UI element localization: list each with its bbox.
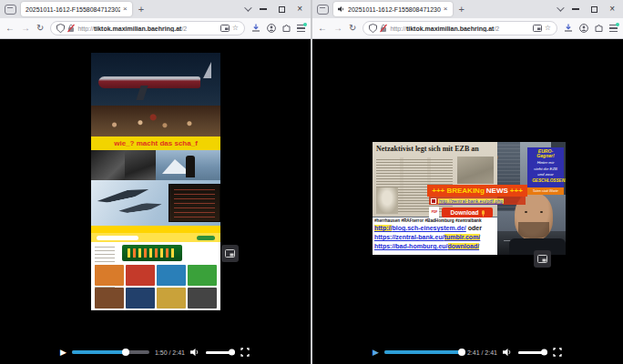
account-icon[interactable] xyxy=(267,24,276,33)
page-content: wie_? macht das scha_f xyxy=(0,39,311,364)
close-window-button[interactable]: × xyxy=(609,5,615,14)
mute-button[interactable] xyxy=(503,348,513,357)
maximize-button[interactable] xyxy=(279,6,285,13)
close-window-button[interactable]: × xyxy=(297,5,302,14)
progress-knob[interactable] xyxy=(122,349,129,356)
mute-button[interactable] xyxy=(190,348,200,357)
window-controls: × xyxy=(572,5,618,14)
url-text[interactable]: http://tiktok.maximilian.baehring.at/2 xyxy=(77,25,217,32)
video-element-breaking-news[interactable]: Netzaktivist legt sich mit EZB an EURO-G… xyxy=(373,142,566,255)
pdf-link-row: http://zentral-bank.eu/pdf.php xyxy=(429,197,526,205)
tab-bar: 20251011-1612-F1558084712302147 × + × xyxy=(0,0,311,18)
url-bar[interactable]: http://tiktok.maximilian.baehring.at/2 ☆ xyxy=(50,21,245,35)
reader-pip-icon[interactable] xyxy=(220,25,230,32)
browser-window-right: 20251011-1612-F155808471230 × + × ← → ↻ xyxy=(312,0,623,364)
downloads-icon[interactable] xyxy=(251,24,260,33)
navigation-toolbar: ← → ↻ http://tiktok.maximilian.baehring.… xyxy=(312,18,623,39)
picture-in-picture-toggle[interactable] xyxy=(534,250,551,268)
active-tab[interactable]: 20251011-1612-F1558084712302147 × xyxy=(21,2,132,16)
account-icon[interactable] xyxy=(579,24,588,33)
download-row: PDF Download xyxy=(429,206,493,218)
new-tab-button[interactable]: + xyxy=(459,5,465,15)
video-controls: ▶ 2:41 / 2:41 xyxy=(373,345,562,359)
tab-title: 20251011-1612-F1558084712302147 xyxy=(26,6,120,13)
url-bar[interactable]: http://tiktok.maximilian.baehring.at/2 ☆ xyxy=(363,21,557,35)
newspaper-photo xyxy=(457,157,494,184)
list-tabs-chevron-icon[interactable] xyxy=(244,4,251,11)
selfie-beard xyxy=(518,222,549,238)
links-info-box: #herrhausen #RAFterror #BadHomburg #zent… xyxy=(373,217,497,255)
collage-jumbo-jet-photo xyxy=(91,53,220,106)
reload-button[interactable]: ↻ xyxy=(36,24,44,33)
green-banner xyxy=(122,245,182,261)
tab-close-icon[interactable]: × xyxy=(444,5,448,13)
reload-button[interactable]: ↻ xyxy=(349,24,356,33)
collage-crowd-photo xyxy=(91,106,220,136)
back-button[interactable]: ← xyxy=(5,24,15,33)
newspaper-portrait xyxy=(376,187,398,214)
back-button[interactable]: ← xyxy=(318,24,327,33)
window-controls: × xyxy=(260,5,306,14)
volume-slider[interactable] xyxy=(518,351,547,354)
play-button[interactable]: ▶ xyxy=(60,349,66,357)
tab-title: 20251011-1612-F155808471230 xyxy=(348,6,441,13)
bookmark-star-icon[interactable]: ☆ xyxy=(545,25,551,32)
link-line-2[interactable]: https://zentral-bank.eu/tumblr.com/ xyxy=(374,233,495,242)
bookmark-star-icon[interactable]: ☆ xyxy=(232,25,239,32)
insecure-lock-icon[interactable] xyxy=(380,24,387,33)
link-line-1[interactable]: http://blog.sch-einesystem.de/ oder xyxy=(374,224,495,233)
navigation-toolbar: ← → ↻ http://tiktok.maximilian.baehring.… xyxy=(0,18,311,39)
extensions-icon[interactable] xyxy=(282,24,291,33)
time-display: 2:41 / 2:41 xyxy=(467,349,497,356)
progress-bar[interactable] xyxy=(384,350,462,354)
reader-pip-icon[interactable] xyxy=(533,25,542,32)
active-tab[interactable]: 20251011-1612-F155808471230 × xyxy=(333,2,453,16)
forward-button[interactable]: → xyxy=(333,24,342,33)
hashtags: #herrhausen #RAFterror #BadHomburg #zent… xyxy=(374,218,469,223)
list-tabs-chevron-icon[interactable] xyxy=(557,4,564,11)
microphone-icon xyxy=(482,210,485,215)
page-content: Netzaktivist legt sich mit EZB an EURO-G… xyxy=(312,39,623,364)
minimize-button[interactable] xyxy=(572,8,579,9)
firefox-view-icon[interactable] xyxy=(317,5,329,15)
fullscreen-button[interactable] xyxy=(240,348,250,357)
pdf-link[interactable]: http://zentral-bank.eu/pdf.php xyxy=(438,198,504,203)
shield-icon[interactable] xyxy=(56,24,65,33)
collage-website-screenshot xyxy=(91,226,220,310)
menu-hamburger-icon[interactable] xyxy=(297,25,305,32)
tab-audio-icon[interactable] xyxy=(338,5,345,13)
tab-close-icon[interactable]: × xyxy=(123,5,128,13)
progress-bar[interactable] xyxy=(72,350,149,354)
new-tab-button[interactable]: + xyxy=(138,5,144,15)
forward-button[interactable]: → xyxy=(21,24,30,33)
volume-knob[interactable] xyxy=(229,349,235,356)
downloads-icon[interactable] xyxy=(564,24,573,33)
collage-fighter-jets xyxy=(91,180,220,226)
volume-knob[interactable] xyxy=(541,349,547,356)
breaking-news-banner: +++ BREAKINg NEWS +++ xyxy=(427,185,527,197)
volume-slider[interactable] xyxy=(206,351,235,354)
progress-knob[interactable] xyxy=(458,349,465,356)
menu-hamburger-icon[interactable] xyxy=(609,25,618,32)
shield-icon[interactable] xyxy=(369,24,377,33)
bw-photo-1 xyxy=(91,150,125,180)
firefox-view-icon[interactable] xyxy=(5,5,16,15)
time-display: 1:50 / 2:41 xyxy=(155,349,185,356)
link-line-3[interactable]: https://bad-homburg.eu/download/ xyxy=(374,242,495,251)
tab-bar: 20251011-1612-F155808471230 × + × xyxy=(312,0,623,18)
download-button[interactable]: Download xyxy=(442,207,493,217)
mountain-photo xyxy=(156,150,220,180)
update-dot xyxy=(616,23,619,26)
extensions-icon[interactable] xyxy=(595,24,603,33)
fullscreen-button[interactable] xyxy=(553,348,562,357)
minimize-button[interactable] xyxy=(260,8,267,9)
insecure-lock-icon[interactable] xyxy=(67,24,75,33)
play-button[interactable]: ▶ xyxy=(373,349,379,357)
video-controls: ▶ 1:50 / 2:41 xyxy=(60,345,250,359)
desktop: 20251011-1612-F1558084712302147 × + × ← … xyxy=(0,0,623,364)
euro-footer-strip: Taten statt Worte xyxy=(527,187,564,195)
picture-in-picture-toggle[interactable] xyxy=(221,245,239,262)
maximize-button[interactable] xyxy=(591,6,597,13)
url-text[interactable]: http://tiktok.maximilian.baehring.at/2 xyxy=(390,25,529,32)
video-element-vertical-collage[interactable]: wie_? macht das scha_f xyxy=(91,53,220,310)
